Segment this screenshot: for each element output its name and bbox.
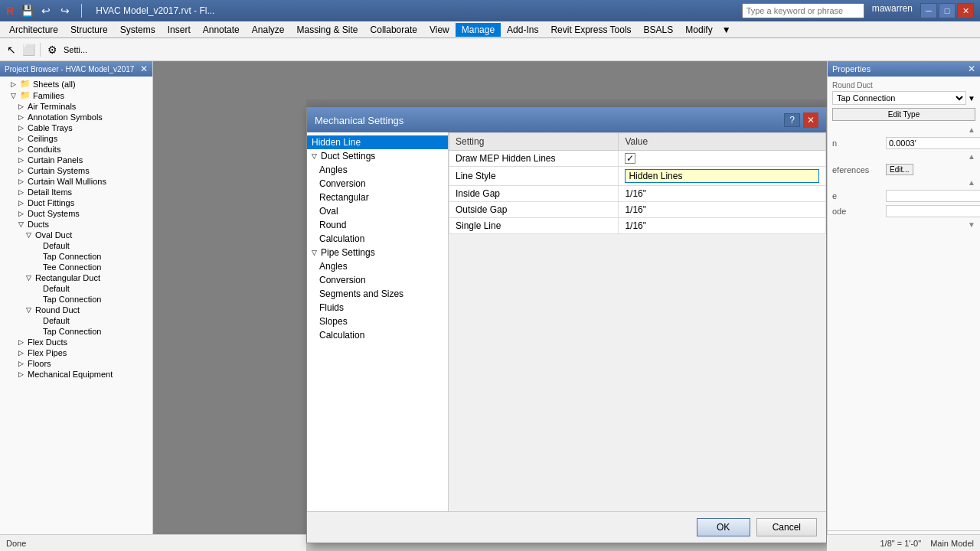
tree-item-curtain-systems[interactable]: ▷ Curtain Systems — [0, 165, 152, 176]
tree-item-cable-trays[interactable]: ▷ Cable Trays — [0, 122, 152, 133]
tree-item-duct-systems[interactable]: ▷ Duct Systems — [0, 208, 152, 219]
prop-value-e[interactable] — [886, 190, 980, 202]
dialog-tree-pipe-segments[interactable]: Segments and Sizes — [307, 287, 448, 301]
type-selector-group: Round Duct Tap Connection ▼ Edit Type — [832, 81, 975, 121]
dialog-tree-duct-settings[interactable]: ▽ Duct Settings — [307, 149, 448, 163]
prop-edit-references-button[interactable]: Edit... — [886, 164, 913, 175]
search-input[interactable] — [742, 3, 864, 18]
menu-structure[interactable]: Structure — [64, 23, 114, 37]
draw-mep-checkbox[interactable]: ✓ — [625, 153, 635, 164]
prop-value-n[interactable] — [886, 137, 980, 149]
menu-addins[interactable]: Add-Ins — [501, 23, 544, 37]
properties-panel-close[interactable]: ✕ — [968, 64, 975, 74]
scale-indicator: 1/8" = 1'-0" — [880, 539, 922, 548]
expand-icon: ▽ — [18, 220, 26, 228]
save-icon[interactable]: 💾 — [19, 3, 34, 18]
close-button[interactable]: ✕ — [957, 3, 974, 18]
prop-label-e: e — [832, 191, 886, 201]
modify-tool[interactable]: ↖ — [4, 42, 19, 57]
dialog-help-button[interactable]: ? — [784, 113, 800, 127]
dialog-tree-pipe-calculation[interactable]: Calculation — [307, 328, 448, 342]
materials-tool[interactable]: ⬜ — [21, 42, 36, 57]
tree-item-ducts[interactable]: ▽ Ducts — [0, 219, 152, 230]
menu-view[interactable]: View — [423, 23, 456, 37]
dialog-tree-duct-oval[interactable]: Oval — [307, 204, 448, 218]
scroll-indicator: ▲ — [832, 152, 975, 161]
tree-item-oval-tee[interactable]: Tee Connection — [0, 262, 152, 272]
tree-item-families[interactable]: ▽ 📁 Families — [0, 90, 152, 101]
dialog-tree-pipe-settings[interactable]: ▽ Pipe Settings — [307, 246, 448, 259]
tree-item-flex-pipes[interactable]: ▷ Flex Pipes — [0, 347, 152, 358]
setting-label-outside-gap: Outside Gap — [449, 202, 619, 218]
tree-item-ceilings[interactable]: ▷ Ceilings — [0, 133, 152, 144]
expand-icon: ▷ — [18, 349, 26, 357]
tree-item-sheets[interactable]: ▷ 📁 Sheets (all) — [0, 78, 152, 90]
project-browser-close[interactable]: ✕ — [140, 64, 148, 74]
settings-tool[interactable]: ⚙ — [44, 42, 60, 57]
properties-panel-title: Properties — [832, 64, 871, 73]
tree-item-round-duct[interactable]: ▽ Round Duct — [0, 305, 152, 315]
title-bar-left: R 💾 ↩ ↪ HVAC Model_v2017.rvt - Fl... — [6, 3, 214, 18]
menu-annotate[interactable]: Annotate — [197, 23, 246, 37]
tree-item-detail-items[interactable]: ▷ Detail Items — [0, 187, 152, 197]
ok-button[interactable]: OK — [697, 518, 750, 536]
menu-revit-express[interactable]: Revit Express Tools — [544, 23, 637, 37]
menu-collaborate[interactable]: Collaborate — [364, 23, 423, 37]
menu-systems[interactable]: Systems — [114, 23, 162, 37]
dialog-tree-pipe-angles[interactable]: Angles — [307, 259, 448, 273]
tree-item-curtain-panels[interactable]: ▷ Curtain Panels — [0, 155, 152, 165]
properties-panel: Properties ✕ Round Duct Tap Connection ▼… — [827, 61, 980, 551]
line-style-input[interactable] — [625, 169, 819, 183]
menu-insert[interactable]: Insert — [162, 23, 197, 37]
minimize-button[interactable]: ─ — [920, 3, 937, 18]
tree-item-annotation-symbols[interactable]: ▷ Annotation Symbols — [0, 112, 152, 122]
dialog-tree-duct-conversion[interactable]: Conversion — [307, 177, 448, 191]
dialog-tree-duct-calculation[interactable]: Calculation — [307, 232, 448, 246]
dialog-tree-duct-rectangular[interactable]: Rectangular — [307, 191, 448, 204]
dialog-tree-duct-round[interactable]: Round — [307, 218, 448, 232]
setting-value-line-style[interactable] — [619, 167, 826, 186]
tree-item-conduits[interactable]: ▷ Conduits — [0, 144, 152, 155]
menu-manage[interactable]: Manage — [456, 23, 501, 37]
dialog-tree-pipe-conversion[interactable]: Conversion — [307, 273, 448, 287]
dialog-close-button[interactable]: ✕ — [803, 112, 818, 128]
menu-analyze[interactable]: Analyze — [246, 23, 291, 37]
edit-type-button[interactable]: Edit Type — [832, 108, 975, 121]
setting-value-draw-mep[interactable]: ✓ — [619, 151, 826, 167]
tree-item-oval-tap[interactable]: Tap Connection — [0, 251, 152, 262]
tree-item-duct-fittings[interactable]: ▷ Duct Fittings — [0, 197, 152, 208]
undo-icon[interactable]: ↩ — [38, 3, 54, 18]
tree-item-round-tap[interactable]: Tap Connection — [0, 326, 152, 337]
cancel-button[interactable]: Cancel — [756, 518, 817, 536]
menu-bsals[interactable]: BSALS — [638, 23, 680, 37]
prop-value-ode[interactable] — [886, 205, 980, 217]
tree-item-oval-duct[interactable]: ▽ Oval Duct — [0, 230, 152, 240]
tree-item-rect-duct[interactable]: ▽ Rectangular Duct — [0, 272, 152, 283]
tree-item-rect-default[interactable]: Default — [0, 283, 152, 294]
tree-item-round-default[interactable]: Default — [0, 315, 152, 326]
dialog-tree-hidden-line[interactable]: Hidden Line — [307, 135, 448, 149]
properties-panel-titlebar: Properties ✕ — [828, 61, 980, 77]
tree-item-air-terminals[interactable]: ▷ Air Terminals — [0, 101, 152, 112]
tree-item-flex-ducts[interactable]: ▷ Flex Ducts — [0, 337, 152, 347]
dialog-tree-pipe-fluids[interactable]: Fluids — [307, 301, 448, 315]
setting-row-inside-gap: Inside Gap 1/16" — [449, 186, 826, 202]
tree-item-mechanical-equipment[interactable]: ▷ Mechanical Equipment — [0, 369, 152, 380]
dialog-tree-duct-calculation-label: Calculation — [319, 233, 364, 244]
redo-icon[interactable]: ↪ — [57, 3, 73, 18]
menu-massing[interactable]: Massing & Site — [291, 23, 364, 37]
tree-item-rect-tap[interactable]: Tap Connection — [0, 294, 152, 305]
expand-pipe-settings-icon: ▽ — [312, 249, 319, 256]
type-dropdown[interactable]: Tap Connection — [832, 91, 966, 105]
menu-architecture[interactable]: Architecture — [3, 23, 64, 37]
dialog-tree-pipe-slopes[interactable]: Slopes — [307, 315, 448, 328]
maximize-button[interactable]: □ — [939, 3, 956, 18]
menu-modify[interactable]: Modify — [679, 23, 718, 37]
tree-item-floors[interactable]: ▷ Floors — [0, 358, 152, 369]
tree-item-curtain-wall-mullions[interactable]: ▷ Curtain Wall Mullions — [0, 176, 152, 187]
tree-item-oval-default[interactable]: Default — [0, 240, 152, 251]
dialog-tree-duct-angles[interactable]: Angles — [307, 163, 448, 177]
menu-more[interactable]: ▼ — [722, 24, 731, 35]
folder-icon: 📁 — [20, 79, 31, 89]
expand-icon: ▷ — [18, 210, 26, 217]
